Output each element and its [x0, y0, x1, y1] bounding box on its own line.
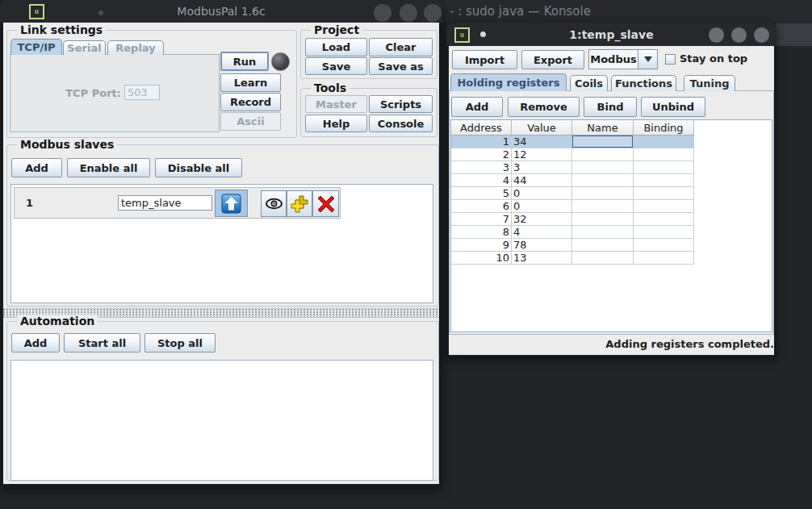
cell-binding[interactable]: [634, 187, 694, 200]
cell-address[interactable]: 1: [451, 136, 512, 148]
cell-name[interactable]: [572, 174, 634, 187]
console-button[interactable]: Console: [369, 115, 433, 132]
slave-window-button-maximize[interactable]: [731, 27, 747, 43]
automation-add-button[interactable]: Add: [11, 333, 60, 353]
cell-name[interactable]: [572, 187, 634, 200]
tab-serial[interactable]: Serial: [63, 40, 106, 55]
column-header-address[interactable]: Address: [451, 120, 512, 136]
cell-name[interactable]: [572, 148, 634, 161]
tab-tuning[interactable]: Tuning: [684, 75, 735, 91]
start-all-button[interactable]: Start all: [64, 333, 140, 353]
slave-enable-toggle[interactable]: [215, 190, 248, 217]
register-row[interactable]: 84: [451, 226, 695, 239]
clear-button[interactable]: Clear: [369, 38, 433, 56]
cell-name[interactable]: [572, 239, 634, 252]
cell-address[interactable]: 7: [451, 213, 512, 226]
register-row[interactable]: 1013: [451, 252, 695, 265]
cell-value[interactable]: 0: [512, 187, 572, 200]
tab-functions[interactable]: Functions: [611, 75, 676, 91]
window-button-close[interactable]: [424, 4, 442, 22]
stay-on-top-checkbox[interactable]: [665, 54, 676, 65]
save-as-button[interactable]: Save as: [369, 57, 433, 75]
cell-address[interactable]: 10: [451, 252, 512, 265]
register-row[interactable]: 33: [451, 161, 695, 174]
tab-tcpip[interactable]: TCP/IP: [10, 39, 62, 55]
cell-value[interactable]: 12: [512, 148, 572, 161]
slave-row[interactable]: 1: [14, 187, 341, 219]
tab-holding-registers[interactable]: Holding registers: [450, 73, 567, 91]
enable-all-button[interactable]: Enable all: [67, 158, 150, 177]
slaves-add-button[interactable]: Add: [11, 158, 62, 177]
slave-duplicate-button[interactable]: [287, 190, 312, 217]
cell-name[interactable]: [572, 213, 634, 226]
cell-binding[interactable]: [634, 136, 694, 148]
export-button[interactable]: Export: [521, 50, 584, 69]
cell-address[interactable]: 8: [451, 226, 512, 239]
cell-address[interactable]: 9: [451, 239, 512, 252]
cell-binding[interactable]: [634, 200, 694, 213]
cell-name[interactable]: [572, 252, 634, 265]
stop-all-button[interactable]: Stop all: [144, 333, 216, 353]
cell-value[interactable]: 4: [512, 226, 572, 239]
cell-address[interactable]: 6: [451, 200, 512, 213]
register-add-button[interactable]: Add: [451, 97, 503, 117]
cell-binding[interactable]: [634, 239, 694, 252]
cell-value[interactable]: 34: [512, 136, 572, 148]
cell-binding[interactable]: [634, 161, 694, 174]
cell-address[interactable]: 5: [451, 187, 512, 200]
help-button[interactable]: Help: [305, 115, 367, 132]
slave-titlebar[interactable]: u 1:temp_slave: [446, 23, 776, 46]
slave-delete-button[interactable]: [312, 190, 339, 217]
tcp-port-field[interactable]: [124, 85, 160, 100]
cell-address[interactable]: 4: [451, 174, 512, 187]
cell-binding[interactable]: [634, 148, 694, 161]
slave-window-button-minimize[interactable]: [709, 27, 724, 43]
register-unbind-button[interactable]: Unbind: [641, 97, 705, 117]
record-button[interactable]: Record: [220, 93, 281, 111]
register-row[interactable]: 134: [451, 136, 695, 148]
register-remove-button[interactable]: Remove: [508, 97, 580, 117]
learn-button[interactable]: Learn: [220, 73, 281, 92]
save-button[interactable]: Save: [305, 57, 367, 75]
modbus-combo-value[interactable]: Modbus: [588, 49, 638, 69]
cell-value[interactable]: 0: [512, 200, 572, 213]
register-bind-button[interactable]: Bind: [584, 97, 637, 117]
cell-value[interactable]: 3: [512, 161, 572, 174]
cell-name[interactable]: [572, 200, 634, 213]
cell-address[interactable]: 3: [451, 161, 512, 174]
load-button[interactable]: Load: [305, 38, 367, 56]
import-button[interactable]: Import: [452, 50, 517, 69]
run-button[interactable]: Run: [220, 52, 269, 71]
cell-address[interactable]: 2: [451, 148, 512, 161]
register-row[interactable]: 50: [451, 187, 695, 200]
window-button-maximize[interactable]: [400, 4, 417, 22]
cell-binding[interactable]: [634, 252, 694, 265]
tab-coils[interactable]: Coils: [570, 75, 608, 91]
window-button-minimize[interactable]: [374, 4, 391, 22]
cell-name[interactable]: [572, 226, 634, 239]
column-header-name[interactable]: Name: [572, 120, 634, 136]
cell-value[interactable]: 78: [512, 239, 572, 252]
cell-binding[interactable]: [634, 174, 694, 187]
slave-view-button[interactable]: [261, 190, 287, 217]
cell-name[interactable]: [572, 161, 634, 174]
column-header-value[interactable]: Value: [512, 120, 572, 136]
slave-name-field[interactable]: [118, 195, 212, 211]
register-row[interactable]: 60: [451, 200, 695, 213]
cell-binding[interactable]: [634, 213, 694, 226]
register-row[interactable]: 444: [451, 174, 695, 187]
register-row[interactable]: 978: [451, 239, 695, 252]
tab-replay[interactable]: Replay: [107, 40, 164, 55]
scripts-button[interactable]: Scripts: [369, 95, 433, 113]
cell-value[interactable]: 13: [512, 252, 572, 265]
slave-window-button-close[interactable]: [754, 27, 769, 43]
register-row[interactable]: 212: [451, 148, 695, 161]
cell-name[interactable]: [572, 136, 634, 148]
konsole-titlebar[interactable]: - : sudo java — Konsole: [442, 0, 812, 23]
cell-value[interactable]: 32: [512, 213, 572, 226]
modbus-combo-arrow[interactable]: [638, 49, 658, 69]
disable-all-button[interactable]: Disable all: [155, 158, 242, 177]
register-row[interactable]: 732: [451, 213, 695, 226]
cell-binding[interactable]: [634, 226, 694, 239]
cell-value[interactable]: 44: [512, 174, 572, 187]
